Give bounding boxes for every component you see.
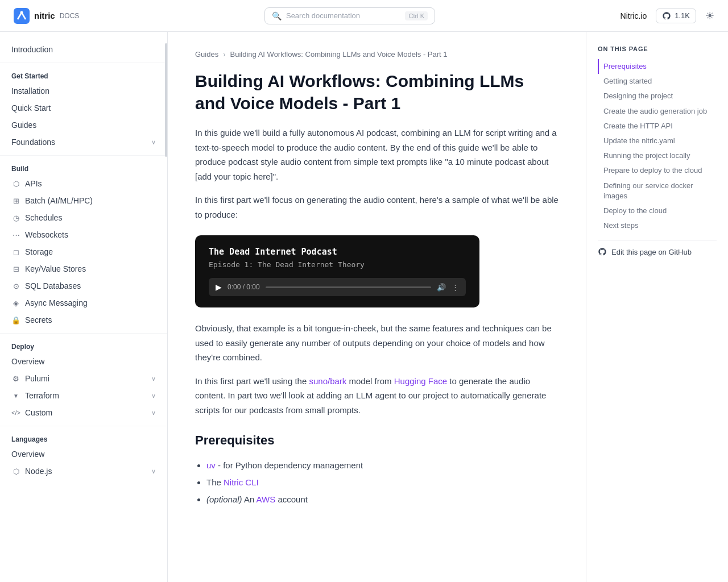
- sidebar-divider-2: [0, 155, 167, 156]
- storage-icon: ◻: [11, 247, 20, 256]
- sidebar-label-installation: Installation: [11, 86, 49, 95]
- async-icon: ◈: [11, 298, 20, 307]
- progress-bar[interactable]: [266, 286, 431, 288]
- edit-page-link[interactable]: Edit this page on GitHub: [598, 247, 717, 256]
- github-badge[interactable]: 1.1K: [656, 9, 696, 23]
- breadcrumb-sep: ›: [223, 50, 225, 59]
- logo-docs: DOCS: [60, 12, 80, 20]
- toc-divider: [598, 240, 717, 240]
- sidebar-section-get-started: Get Started: [0, 68, 167, 82]
- main-content: Guides › Building AI Workflows: Combinin…: [168, 32, 586, 582]
- sidebar: Introduction Get Started Installation Qu…: [0, 32, 168, 582]
- sidebar-label-batch: Batch (AI/ML/HPC): [25, 196, 93, 205]
- sidebar-divider-4: [0, 426, 167, 426]
- page-title: Building AI Workflows: Combining LLMs an…: [195, 70, 559, 114]
- github-count: 1.1K: [675, 11, 690, 20]
- breadcrumb-guides[interactable]: Guides: [195, 50, 218, 59]
- play-button[interactable]: ▶: [216, 282, 222, 292]
- sidebar-item-schedules[interactable]: ◷ Schedules: [0, 209, 167, 226]
- nitric-logo-icon: [14, 8, 30, 24]
- theme-toggle[interactable]: ☀: [705, 10, 714, 22]
- uv-link[interactable]: uv: [206, 460, 216, 470]
- search-icon: 🔍: [272, 11, 282, 20]
- sidebar-item-foundations[interactable]: Foundations ∨: [0, 134, 167, 151]
- search-shortcut: Ctrl K: [405, 11, 428, 20]
- sidebar-item-storage[interactable]: ◻ Storage: [0, 243, 167, 260]
- sidebar-label-deploy-overview: Overview: [11, 357, 44, 366]
- sidebar-label-apis: APIs: [25, 179, 42, 188]
- sidebar-label-languages-overview: Overview: [11, 450, 44, 459]
- sidebar-label-async: Async Messaging: [25, 298, 88, 307]
- breadcrumb-current: Building AI Workflows: Combining LLMs an…: [230, 50, 448, 59]
- audio-title: The Dead Internet Podcast: [209, 247, 466, 257]
- sidebar-item-guides[interactable]: Guides: [0, 117, 167, 134]
- sidebar-item-batch[interactable]: ⊞ Batch (AI/ML/HPC): [0, 192, 167, 209]
- nodejs-icon: ⬡: [11, 467, 20, 476]
- sidebar-item-introduction[interactable]: Introduction: [0, 41, 167, 58]
- conclusion-paragraph: Obviously, that example is a bit tongue-…: [195, 321, 559, 365]
- sidebar-label-schedules: Schedules: [25, 213, 62, 222]
- toc-docker[interactable]: Defining our service docker images: [598, 178, 717, 203]
- volume-button[interactable]: 🔊: [437, 283, 446, 292]
- sidebar-item-custom[interactable]: </> Custom ∨: [0, 404, 167, 421]
- sidebar-label-guides: Guides: [11, 120, 36, 130]
- sidebar-label-nodejs: Node.js: [25, 467, 52, 476]
- sidebar-item-keyvalue[interactable]: ⊟ Key/Value Stores: [0, 260, 167, 277]
- nitric-link[interactable]: Nitric.io: [621, 11, 647, 20]
- sidebar-divider-3: [0, 333, 167, 334]
- part2-text: In this first part we'll using the: [195, 376, 307, 386]
- sidebar-item-nodejs[interactable]: ⬡ Node.js ∨: [0, 463, 167, 480]
- toc-create-audio[interactable]: Create the audio generation job: [598, 104, 717, 119]
- model-text: model from: [349, 376, 394, 386]
- schedules-icon: ◷: [11, 213, 20, 222]
- header: nitric DOCS 🔍 Search documentation Ctrl …: [0, 0, 728, 32]
- sidebar-label-quickstart: Quick Start: [11, 103, 51, 113]
- aws-link[interactable]: AWS: [257, 494, 276, 504]
- header-left: nitric DOCS: [14, 8, 79, 24]
- toc-designing[interactable]: Designing the project: [598, 89, 717, 103]
- more-button[interactable]: ⋮: [452, 283, 459, 292]
- sidebar-item-quickstart[interactable]: Quick Start: [0, 99, 167, 117]
- chevron-nodejs: ∨: [151, 468, 156, 475]
- optional-text: (optional) An: [206, 494, 257, 504]
- search-bar[interactable]: 🔍 Search documentation Ctrl K: [264, 7, 435, 24]
- suno-bark-link[interactable]: suno/bark: [309, 376, 346, 386]
- toc-running-locally[interactable]: Running the project locally: [598, 148, 717, 163]
- audio-controls[interactable]: ▶ 0:00 / 0:00 🔊 ⋮: [209, 278, 466, 296]
- time-display: 0:00 / 0:00: [228, 283, 260, 291]
- audio-subtitle: Episode 1: The Dead Internet Theory: [209, 260, 466, 269]
- toc-create-http[interactable]: Create the HTTP API: [598, 119, 717, 134]
- github-icon: [662, 11, 671, 20]
- sidebar-label-custom: Custom: [25, 408, 52, 417]
- sidebar-item-apis[interactable]: ⬡ APIs: [0, 175, 167, 192]
- nitric-cli-link[interactable]: Nitric CLI: [224, 477, 259, 487]
- sidebar-item-sql[interactable]: ⊙ SQL Databases: [0, 277, 167, 294]
- aws-rest: account: [278, 494, 308, 504]
- sidebar-item-terraform[interactable]: ▼ Terraform ∨: [0, 387, 167, 404]
- sidebar-item-installation[interactable]: Installation: [0, 82, 167, 99]
- terraform-icon: ▼: [11, 391, 20, 400]
- toc-prepare-deploy[interactable]: Prepare to deploy to the cloud: [598, 163, 717, 178]
- sidebar-item-label: Introduction: [11, 45, 53, 54]
- sidebar-item-deploy-overview[interactable]: Overview: [0, 353, 167, 370]
- toc-update-nitric[interactable]: Update the nitric.yaml: [598, 134, 717, 148]
- sidebar-item-async[interactable]: ◈ Async Messaging: [0, 294, 167, 311]
- sidebar-label-foundations: Foundations: [11, 138, 55, 147]
- toc-deploy-cloud[interactable]: Deploy to the cloud: [598, 203, 717, 218]
- svg-rect-0: [14, 8, 30, 24]
- prereq-item-aws: (optional) An AWS account: [206, 491, 559, 508]
- prereq-item-uv: uv - for Python dependency management: [206, 457, 559, 474]
- search-placeholder: Search documentation: [286, 11, 401, 20]
- sidebar-item-websockets[interactable]: ⋯ Websockets: [0, 226, 167, 243]
- the-text: The: [206, 477, 224, 487]
- huggingface-link[interactable]: Hugging Face: [394, 376, 447, 386]
- part2-paragraph: In this first part we'll using the suno/…: [195, 374, 559, 418]
- toc-getting-started[interactable]: Getting started: [598, 74, 717, 89]
- sidebar-divider-1: [0, 63, 167, 63]
- sidebar-item-pulumi[interactable]: ⚙ Pulumi ∨: [0, 370, 167, 387]
- toc-next-steps[interactable]: Next steps: [598, 218, 717, 233]
- svg-point-1: [20, 11, 23, 14]
- sidebar-item-secrets[interactable]: 🔒 Secrets: [0, 311, 167, 329]
- toc-prerequisites[interactable]: Prerequisites: [598, 59, 717, 74]
- sidebar-item-languages-overview[interactable]: Overview: [0, 446, 167, 463]
